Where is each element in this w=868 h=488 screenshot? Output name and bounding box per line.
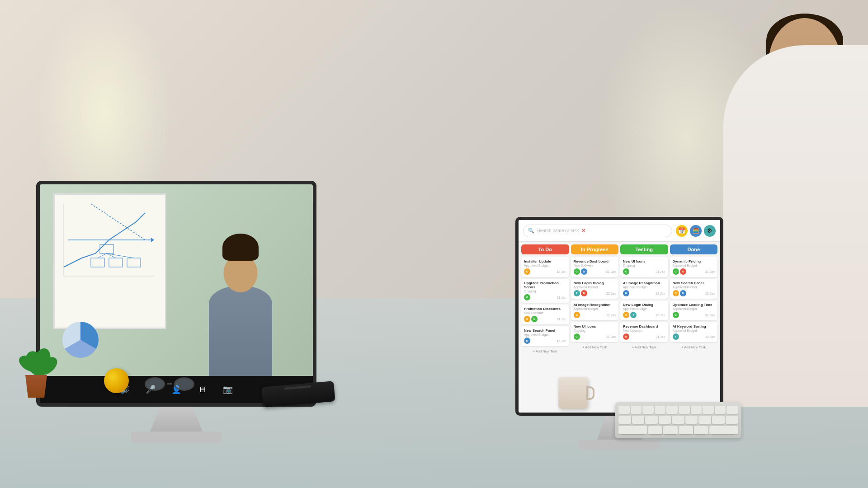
whiteboard-drawing (55, 195, 163, 285)
card-revenue-dashboard[interactable]: Revenue Dashboard New Software G B 01 Ja… (571, 257, 619, 277)
card-subtitle: Approved Budget (623, 307, 665, 310)
card-title: New Login Dialog (574, 281, 616, 285)
card-ai-recognition-ip[interactable]: AI Image Recognition Approved Budget O 1… (571, 300, 619, 320)
search-icon: 🔍 (528, 228, 534, 234)
card-date: 31 Jan (705, 270, 715, 273)
card-subtitle: Approved Budget (524, 333, 566, 336)
key (694, 426, 708, 434)
screen-share-icon[interactable]: 🖥 (195, 382, 209, 397)
glasses-bridge (167, 383, 172, 385)
svg-rect-4 (109, 258, 123, 267)
avatar: T (630, 312, 637, 318)
card-login-dialog-ip[interactable]: New Login Dialog Approved Budget T R 22 … (571, 279, 619, 299)
glasses (145, 377, 194, 391)
card-search-panel-done[interactable]: New Search Panel Approved Budget O B 12 … (670, 279, 718, 299)
card-title: New UI Icons (623, 259, 665, 263)
key (632, 416, 645, 424)
card-footer: T R 22 Jan (574, 290, 616, 296)
svg-rect-5 (127, 258, 141, 267)
add-task-done[interactable]: + Add New Task (670, 344, 718, 351)
search-box[interactable]: 🔍 Search name or task ✕ (523, 225, 672, 237)
card-dynamic-pricing[interactable]: Dynamic Pricing Approved Budget G R 31 J… (670, 257, 718, 277)
avatar: G (623, 268, 629, 275)
card-footer: O G 24 Jan (524, 316, 566, 322)
card-footer: G 31 Jan (673, 312, 715, 318)
card-subtitle: Approved Budget (623, 286, 665, 289)
card-date: 13 Jan (705, 335, 715, 338)
card-installer-update[interactable]: Installer Update Approved Budget O 18 Ja… (521, 257, 569, 277)
card-ui-icons-test[interactable]: New UI Icons Ongoing G 31 Jan (620, 257, 668, 277)
calculator-icon-button[interactable]: 🧮 (690, 225, 702, 237)
pie-chart (62, 322, 99, 358)
right-monitor-screen: 🔍 Search name or task ✕ 📅 🧮 ⚙ To Do Inst… (515, 217, 723, 416)
avatar: R (623, 333, 629, 340)
card-revenue-test[interactable]: Revenue Dashboard New Updates R 31 Jan (620, 322, 668, 342)
column-header-inprogress: In Progress (571, 244, 619, 254)
key (703, 406, 714, 414)
card-subtitle: Approved Budget (673, 264, 715, 267)
avatar: G (673, 268, 679, 275)
card-subtitle: Ongoing (524, 290, 566, 293)
avatar: T (673, 333, 679, 340)
card-footer: G R 31 Jan (673, 268, 715, 275)
card-optimize-loading[interactable]: Optimize Loading Time Approved Budget G … (670, 300, 718, 320)
avatar: G (531, 316, 538, 322)
card-ai-keyword[interactable]: AI Keyword Sorting Approved Budget T 13 … (670, 322, 718, 342)
card-subtitle: Approved Budget (574, 307, 616, 310)
glasses-left-lens (145, 377, 165, 391)
coffee-mug (558, 377, 588, 409)
search-clear-button[interactable]: ✕ (581, 228, 585, 234)
rubber-band-ball (104, 368, 129, 393)
svg-rect-6 (100, 244, 113, 253)
header-icon-group: 📅 🧮 ⚙ (676, 225, 716, 237)
svg-line-7 (98, 253, 107, 258)
key-shift-r (709, 426, 738, 434)
card-footer: G 31 Jan (574, 333, 616, 340)
key (698, 416, 711, 424)
avatar: O (623, 312, 629, 318)
schedule-icon-button[interactable]: 📅 (676, 225, 688, 237)
left-monitor-screen: 🔊 🎤 👤 🖥 📷 (36, 181, 316, 407)
glasses-right-lens (174, 377, 194, 391)
key (618, 406, 630, 414)
camera-icon[interactable]: 📷 (221, 382, 235, 397)
card-footer: B 13 Jan (623, 290, 665, 296)
card-subtitle: Ongoing (623, 264, 665, 267)
key (672, 416, 684, 424)
card-subtitle: Approved Budget (673, 307, 715, 310)
card-footer: O B 12 Jan (673, 290, 715, 296)
card-footer: O 18 Jan (524, 268, 566, 275)
card-footer: O T 22 Jan (623, 312, 665, 318)
card-date: 31 Jan (656, 335, 665, 338)
card-footer: G 31 Jan (524, 294, 566, 300)
settings-icon-button[interactable]: ⚙ (704, 225, 716, 237)
card-footer: G B 01 Jan (574, 268, 616, 275)
card-search-panel-todo[interactable]: New Search Panel Approved Budget B 15 Ja… (521, 326, 569, 346)
avatar: T (574, 290, 580, 296)
add-task-todo[interactable]: + Add New Task (521, 348, 569, 355)
add-task-testing[interactable]: + Add New Task (620, 344, 668, 351)
card-date: 31 Jan (557, 296, 566, 299)
avatar: O (574, 312, 580, 318)
card-login-dialog-test[interactable]: New Login Dialog Approved Budget O T 22 … (620, 300, 668, 320)
card-promotions[interactable]: Promotion Discounts New Estimate O G 24 … (521, 305, 569, 324)
svg-line-2 (91, 204, 145, 240)
left-monitor-base (131, 432, 222, 443)
card-date: 12 Jan (606, 314, 616, 317)
column-done: Done Dynamic Pricing Approved Budget G R… (670, 244, 718, 410)
add-task-inprogress[interactable]: + Add New Task (571, 344, 619, 351)
card-footer: G 31 Jan (623, 268, 665, 275)
card-ai-recognition-test[interactable]: AI Image Recognition Approved Budget B 1… (620, 279, 668, 299)
card-ui-icons-ip[interactable]: New UI Icons Ongoing G 31 Jan (571, 322, 619, 342)
card-upgrade-server[interactable]: Upgrade Production Server Ongoing G 31 J… (521, 279, 569, 303)
card-footer: O 12 Jan (574, 312, 616, 318)
avatar: G (673, 312, 679, 318)
card-date: 01 Jan (606, 270, 616, 273)
card-subtitle: Approved Budget (673, 286, 715, 289)
avatar: O (524, 268, 530, 275)
card-subtitle: Approved Budget (673, 329, 715, 332)
key (659, 416, 671, 424)
card-title: AI Image Recognition (623, 281, 665, 285)
card-footer: R 31 Jan (623, 333, 665, 340)
right-monitor: 🔍 Search name or task ✕ 📅 🧮 ⚙ To Do Inst… (515, 217, 723, 416)
